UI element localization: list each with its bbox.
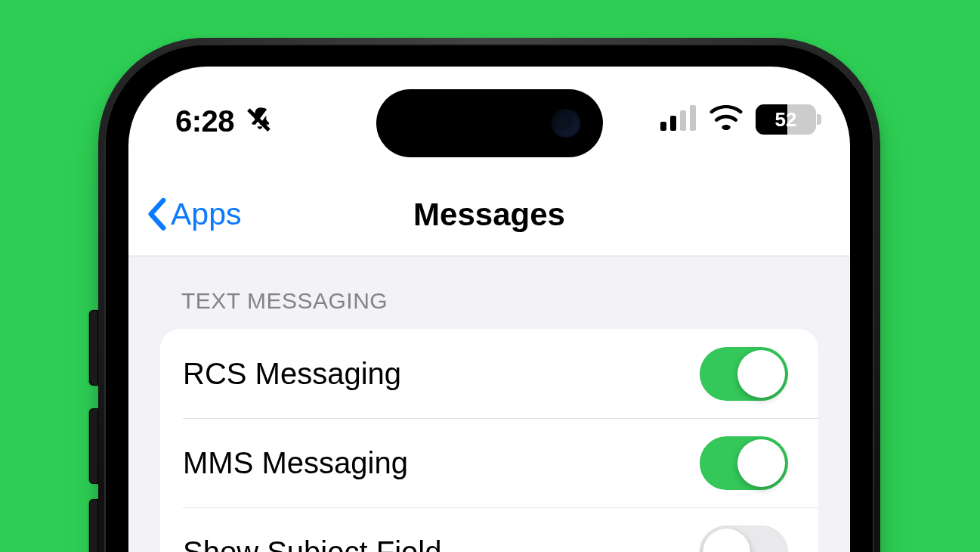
toggle-show-subject-field[interactable]	[700, 526, 788, 553]
setting-label: RCS Messaging	[183, 357, 401, 391]
status-time: 6:28	[175, 104, 234, 138]
phone-frame: 6:28	[98, 38, 880, 552]
svg-rect-2	[670, 116, 676, 131]
phone-bezel: 6:28	[104, 44, 874, 552]
svg-rect-1	[660, 122, 666, 131]
section-header: TEXT MESSAGING	[128, 278, 850, 329]
battery-icon: 52	[756, 104, 816, 135]
silent-icon	[245, 105, 275, 138]
toggle-mms-messaging[interactable]	[700, 436, 788, 490]
cellular-icon	[660, 105, 697, 134]
settings-body: TEXT MESSAGING RCS Messaging MMS Messagi…	[128, 256, 850, 552]
side-button	[89, 408, 98, 484]
chevron-left-icon	[145, 197, 168, 231]
setting-row-rcs-messaging: RCS Messaging	[160, 329, 818, 418]
back-button[interactable]: Apps	[145, 197, 241, 232]
svg-rect-4	[690, 105, 696, 131]
setting-row-mms-messaging: MMS Messaging	[160, 418, 818, 507]
svg-rect-3	[680, 110, 686, 131]
front-camera	[552, 109, 580, 138]
setting-label: MMS Messaging	[183, 446, 408, 480]
battery-percent: 52	[756, 104, 816, 135]
page-title: Messages	[413, 196, 565, 232]
setting-label: Show Subject Field	[183, 535, 441, 553]
side-button	[89, 310, 98, 386]
back-label: Apps	[171, 197, 241, 232]
nav-header: Apps Messages	[128, 176, 850, 256]
dynamic-island	[376, 89, 603, 157]
side-button	[89, 499, 98, 552]
settings-group: RCS Messaging MMS Messaging Show Subject…	[160, 329, 818, 552]
setting-row-show-subject: Show Subject Field	[160, 507, 818, 552]
phone-screen: 6:28	[128, 67, 850, 552]
wifi-icon	[709, 105, 744, 134]
toggle-rcs-messaging[interactable]	[700, 347, 788, 401]
